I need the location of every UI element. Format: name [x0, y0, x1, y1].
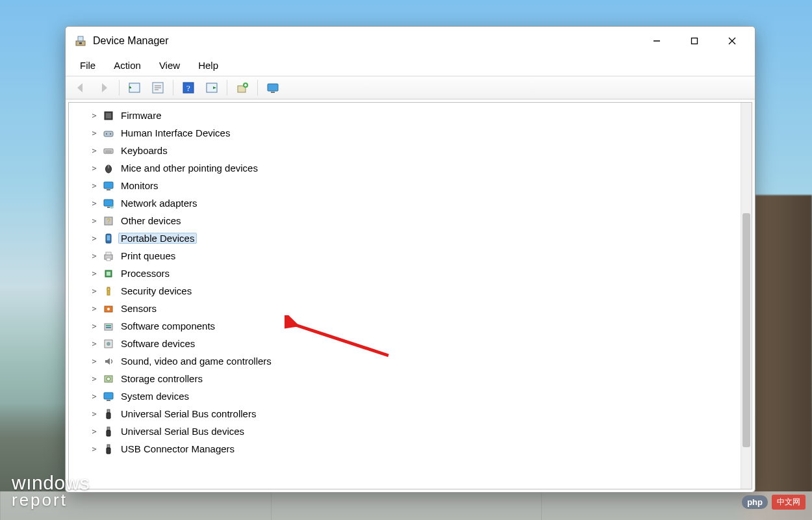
expand-chevron-icon[interactable]: > — [90, 322, 99, 330]
expand-chevron-icon[interactable]: > — [90, 235, 99, 242]
svg-rect-64 — [107, 448, 110, 454]
scrollbar-thumb[interactable] — [742, 213, 750, 447]
tree-node[interactable]: >Software devices — [86, 335, 741, 352]
toolbar-scan-hardware-button[interactable] — [201, 79, 223, 97]
toolbar-properties-button[interactable] — [147, 79, 169, 97]
tree-node[interactable]: >Universal Serial Bus controllers — [86, 405, 741, 422]
tree-node[interactable]: >Processors — [86, 265, 741, 282]
menu-action[interactable]: Action — [106, 57, 149, 73]
expand-chevron-icon[interactable]: > — [90, 129, 99, 137]
tree-node-label: Firmware — [118, 110, 164, 121]
tree-node[interactable]: >Mice and other pointing devices — [86, 159, 741, 177]
svg-rect-63 — [107, 445, 110, 448]
expand-chevron-icon[interactable]: > — [90, 393, 99, 400]
expand-chevron-icon[interactable]: > — [90, 358, 99, 365]
toolbar-devices-view-button[interactable] — [262, 79, 284, 97]
svg-rect-43 — [107, 258, 110, 261]
tree-node[interactable]: >USB Connector Managers — [86, 440, 741, 458]
tree-node-label: Storage controllers — [118, 373, 205, 384]
storage-icon — [103, 373, 114, 385]
svg-point-26 — [110, 133, 111, 135]
toolbar-show-hidden-button[interactable] — [123, 79, 146, 97]
portable-icon — [103, 233, 114, 244]
swcomp-icon — [103, 320, 114, 332]
tree-node[interactable]: >Security devices — [86, 282, 741, 300]
tree-node[interactable]: >Sound, video and game controllers — [86, 352, 741, 370]
titlebar[interactable]: Device Manager — [66, 27, 755, 55]
sensors-icon — [103, 303, 114, 315]
watermark: wındows report — [12, 474, 90, 508]
tree-node[interactable]: >Human Interface Devices — [86, 124, 741, 142]
expand-chevron-icon[interactable]: > — [90, 287, 99, 295]
expand-chevron-icon[interactable]: > — [90, 217, 99, 225]
tree-node-label: Security devices — [118, 285, 194, 296]
tree-node[interactable]: >?Other devices — [86, 212, 741, 229]
toolbar-forward-button[interactable] — [93, 79, 115, 97]
menu-help[interactable]: Help — [190, 57, 226, 73]
php-badge-left: php — [742, 495, 768, 509]
expand-chevron-icon[interactable]: > — [90, 164, 99, 172]
tree-node[interactable]: >Storage controllers — [86, 370, 741, 387]
expand-chevron-icon[interactable]: > — [90, 252, 99, 260]
expand-chevron-icon[interactable]: > — [90, 270, 99, 278]
menu-view[interactable]: View — [151, 57, 188, 73]
svg-text:?: ? — [186, 83, 190, 93]
svg-rect-24 — [104, 131, 113, 136]
expand-chevron-icon[interactable]: > — [90, 410, 99, 418]
tree-node[interactable]: >Portable Devices — [86, 229, 741, 247]
tree-node[interactable]: >Software components — [86, 317, 741, 335]
toolbar-separator — [227, 80, 227, 96]
expand-chevron-icon[interactable]: > — [90, 340, 99, 348]
hid-icon — [103, 127, 114, 139]
svg-point-25 — [106, 133, 107, 135]
tree-node-label: Keyboards — [118, 145, 170, 156]
toolbar-help-button[interactable]: ? — [177, 79, 199, 97]
cpu-icon — [103, 268, 114, 280]
tree-node[interactable]: >System devices — [86, 387, 741, 405]
maximize-button[interactable] — [676, 28, 713, 54]
svg-rect-58 — [107, 400, 110, 401]
minimize-button[interactable] — [638, 28, 676, 54]
menu-file[interactable]: File — [72, 57, 103, 73]
toolbar-add-legacy-button[interactable] — [231, 79, 253, 97]
expand-chevron-icon[interactable]: > — [90, 445, 99, 453]
tree-node[interactable]: >Monitors — [86, 177, 741, 194]
expand-chevron-icon[interactable]: > — [90, 182, 99, 190]
monitor-icon — [103, 180, 114, 192]
svg-point-56 — [107, 377, 110, 381]
printer-icon — [103, 250, 114, 262]
tree-node[interactable]: >Firmware — [86, 107, 741, 124]
tree-node[interactable]: >Network adapters — [86, 194, 741, 212]
tree-node-label: USB Connector Managers — [118, 443, 237, 454]
tree-node[interactable]: >Sensors — [86, 300, 741, 317]
expand-chevron-icon[interactable]: > — [90, 147, 99, 155]
svg-rect-62 — [107, 430, 110, 436]
window-title: Device Manager — [93, 35, 169, 47]
svg-rect-2 — [79, 42, 82, 44]
tree-node-label: Universal Serial Bus devices — [118, 426, 247, 437]
tree-node[interactable]: >Keyboards — [86, 142, 741, 159]
keyboard-icon — [103, 145, 114, 157]
tree-node-label: Sensors — [118, 303, 159, 314]
svg-rect-57 — [104, 393, 113, 399]
content-pane: >Firmware>Human Interface Devices>Keyboa… — [68, 102, 752, 489]
tree-node-label: Monitors — [118, 180, 161, 191]
sound-icon — [103, 356, 114, 367]
tree-node-label: Human Interface Devices — [118, 127, 233, 138]
tree-node[interactable]: >Universal Serial Bus devices — [86, 422, 741, 440]
tree-node[interactable]: >Print queues — [86, 247, 741, 265]
svg-rect-35 — [107, 207, 110, 208]
svg-rect-61 — [107, 427, 110, 430]
tree-node-label: System devices — [118, 391, 192, 402]
swdev-icon — [103, 338, 114, 350]
expand-chevron-icon[interactable]: > — [90, 428, 99, 436]
close-button[interactable] — [713, 28, 751, 54]
vertical-scrollbar[interactable] — [741, 103, 752, 489]
device-tree[interactable]: >Firmware>Human Interface Devices>Keyboa… — [69, 103, 741, 489]
expand-chevron-icon[interactable]: > — [90, 375, 99, 383]
expand-chevron-icon[interactable]: > — [90, 112, 99, 120]
expand-chevron-icon[interactable]: > — [90, 200, 99, 207]
toolbar-back-button[interactable] — [70, 79, 92, 97]
svg-rect-4 — [692, 38, 698, 44]
expand-chevron-icon[interactable]: > — [90, 305, 99, 313]
